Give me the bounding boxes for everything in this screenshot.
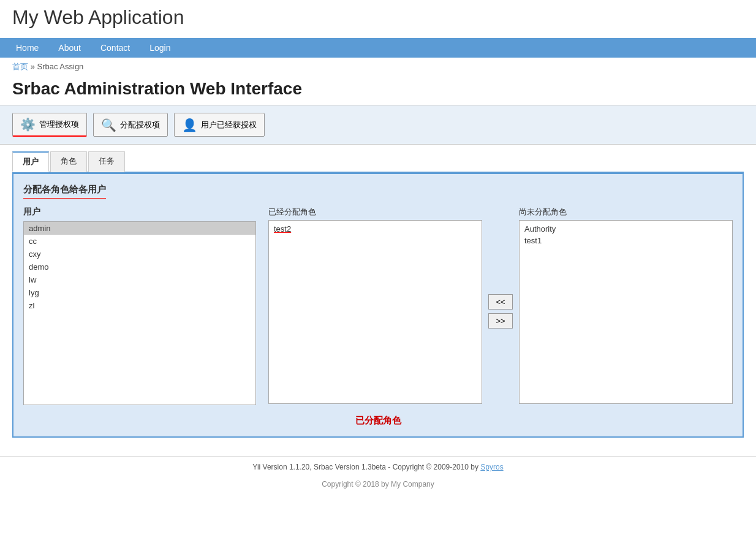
footer-text: Yii Version 1.1.20, Srbac Version 1.3bet… <box>252 463 480 471</box>
page-title: Srbac Administration Web Interface <box>0 76 756 105</box>
assigned-roles-box: 已经分配角色 test2 <box>268 207 482 404</box>
breadcrumb-home[interactable]: 首页 <box>12 62 28 71</box>
user-item-admin[interactable]: admin <box>24 222 255 235</box>
user-section: 用户 admincccxydemolwlygzl <box>23 207 256 405</box>
unassigned-roles-list[interactable]: Authoritytest1 <box>519 220 733 404</box>
footer2-text: Copyright © 2018 by My Company <box>322 480 434 489</box>
toolbar-btn-icon-1: 🔍 <box>101 118 116 132</box>
navbar-link-login[interactable]: Login <box>140 38 180 58</box>
unassigned-roles-label: 尚未分配角色 <box>519 207 733 218</box>
assigned-roles-label: 已经分配角色 <box>268 207 482 218</box>
app-header: My Web Application <box>0 0 756 38</box>
tabs: 用户角色任务 <box>12 151 744 173</box>
user-item-cc[interactable]: cc <box>24 235 255 248</box>
user-label: 用户 <box>23 207 256 218</box>
tab-1[interactable]: 角色 <box>50 151 87 172</box>
assigned-bottom-label: 已分配角色 <box>23 415 733 427</box>
toolbar-btn-label-0: 管理授权项 <box>39 119 79 130</box>
breadcrumb-current: Srbac Assign <box>37 62 83 71</box>
navbar-link-contact[interactable]: Contact <box>91 38 140 58</box>
panel-body: 用户 admincccxydemolwlygzl 已经分配角色 test2 <<… <box>23 207 733 405</box>
navbar-list: HomeAboutContactLogin <box>0 38 756 58</box>
footer-link[interactable]: Spyros <box>480 463 503 471</box>
user-item-demo[interactable]: demo <box>24 260 255 273</box>
toolbar-btn-2[interactable]: 👤用户已经获授权 <box>174 113 265 137</box>
tab-2[interactable]: 任务 <box>88 151 125 172</box>
breadcrumb: 首页 » Srbac Assign <box>0 58 756 76</box>
user-item-lyg[interactable]: lyg <box>24 286 255 299</box>
unassigned-roles-box: 尚未分配角色 Authoritytest1 <box>519 207 733 404</box>
toolbar-btn-icon-2: 👤 <box>182 118 197 132</box>
main-content: 用户角色任务 分配各角色给各用户 用户 admincccxydemolwlygz… <box>0 145 756 444</box>
app-title: My Web Application <box>12 6 744 29</box>
toolbar-btn-1[interactable]: 🔍分配授权项 <box>93 113 168 137</box>
breadcrumb-separator: » <box>31 62 37 71</box>
transfer-left-button[interactable]: << <box>488 294 513 310</box>
navbar-link-about[interactable]: About <box>48 38 91 58</box>
assigned-role-test2[interactable]: test2 <box>271 223 479 235</box>
panel: 分配各角色给各用户 用户 admincccxydemolwlygzl 已经分配角… <box>12 173 744 438</box>
user-list[interactable]: admincccxydemolwlygzl <box>23 221 256 405</box>
navbar-link-home[interactable]: Home <box>6 38 48 58</box>
user-item-cxy[interactable]: cxy <box>24 248 255 260</box>
toolbar-btn-0[interactable]: ⚙️管理授权项 <box>12 113 87 137</box>
toolbar-btn-label-2: 用户已经获授权 <box>201 120 257 131</box>
toolbar-btn-icon-0: ⚙️ <box>20 117 36 132</box>
unassigned-role-test1[interactable]: test1 <box>522 235 730 246</box>
roles-section: 已经分配角色 test2 << >> 尚未分配角色 Authoritytest1 <box>268 207 733 404</box>
unassigned-role-Authority[interactable]: Authority <box>522 223 730 235</box>
navbar: HomeAboutContactLogin <box>0 38 756 58</box>
footer: Yii Version 1.1.20, Srbac Version 1.3bet… <box>0 456 756 477</box>
tab-0[interactable]: 用户 <box>12 151 49 172</box>
transfer-right-button[interactable]: >> <box>488 313 513 329</box>
footer2: Copyright © 2018 by My Company <box>0 477 756 491</box>
transfer-buttons: << >> <box>488 294 513 329</box>
assigned-roles-list[interactable]: test2 <box>268 220 482 404</box>
panel-title: 分配各角色给各用户 <box>23 184 106 199</box>
user-item-lw[interactable]: lw <box>24 273 255 286</box>
toolbar-btn-label-1: 分配授权项 <box>120 120 160 131</box>
toolbar: ⚙️管理授权项🔍分配授权项👤用户已经获授权 <box>0 105 756 145</box>
user-item-zl[interactable]: zl <box>24 299 255 312</box>
